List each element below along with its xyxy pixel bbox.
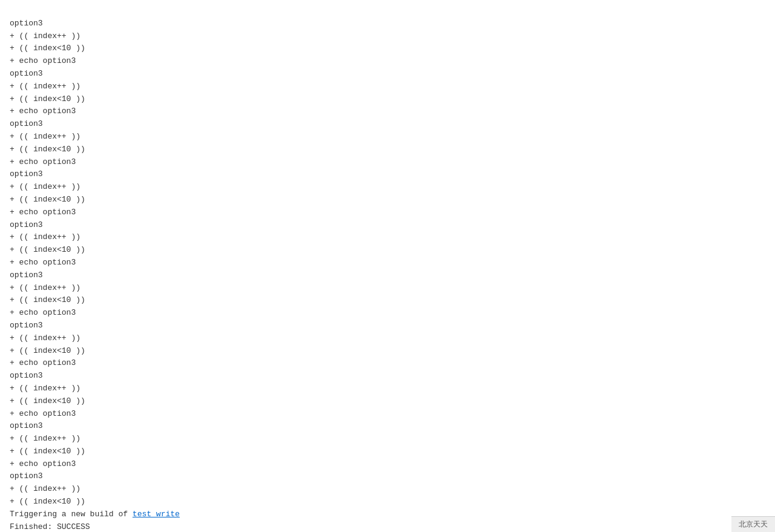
- console-line: + (( index++ )): [10, 80, 765, 93]
- console-line: + (( index++ )): [10, 131, 765, 143]
- console-line: + echo option3: [10, 307, 765, 320]
- console-line: + (( index++ )): [10, 231, 765, 244]
- console-line: + echo option3: [10, 156, 765, 169]
- console-line: + (( index++ )): [10, 433, 765, 445]
- console-line: + (( index<10 )): [10, 93, 765, 106]
- console-line: + (( index++ )): [10, 483, 765, 496]
- console-line: + echo option3: [10, 458, 765, 471]
- console-line: + echo option3: [10, 408, 765, 421]
- console-line: + (( index<10 )): [10, 143, 765, 156]
- console-line: + echo option3: [10, 105, 765, 118]
- console-output: option3+ (( index++ ))+ (( index<10 ))+ …: [0, 0, 775, 532]
- bottom-bar: 北京天天: [731, 516, 775, 532]
- console-line: + (( index++ )): [10, 383, 765, 395]
- console-line: + echo option3: [10, 257, 765, 269]
- console-line: + (( index<10 )): [10, 42, 765, 55]
- console-line: + (( index<10 )): [10, 345, 765, 358]
- console-line: option3: [10, 68, 765, 80]
- console-line: + echo option3: [10, 206, 765, 219]
- trigger-link[interactable]: test_write: [133, 510, 180, 519]
- console-line: option3: [10, 219, 765, 232]
- console-line: option3: [10, 18, 765, 30]
- bottom-bar-label: 北京天天: [739, 519, 768, 530]
- console-line: + (( index++ )): [10, 30, 765, 43]
- console-line: + (( index<10 )): [10, 244, 765, 257]
- console-line: option3: [10, 370, 765, 383]
- console-line: + (( index<10 )): [10, 445, 765, 458]
- finished-line: Finished: SUCCESS: [10, 521, 765, 532]
- console-line: option3: [10, 269, 765, 282]
- console-line: option3: [10, 320, 765, 332]
- console-line: + (( index<10 )): [10, 294, 765, 307]
- console-line: + (( index++ )): [10, 332, 765, 345]
- console-line: + echo option3: [10, 55, 765, 68]
- console-line: + (( index++ )): [10, 282, 765, 295]
- console-line: option3: [10, 470, 765, 483]
- console-line: + (( index<10 )): [10, 496, 765, 508]
- console-line: + (( index<10 )): [10, 395, 765, 408]
- console-line: + (( index<10 )): [10, 194, 765, 206]
- console-line: + (( index++ )): [10, 181, 765, 194]
- console-line: option3: [10, 420, 765, 433]
- console-line: option3: [10, 118, 765, 131]
- console-line: + echo option3: [10, 357, 765, 370]
- console-line: option3: [10, 168, 765, 181]
- trigger-line: Triggering a new build of test_write: [10, 508, 765, 521]
